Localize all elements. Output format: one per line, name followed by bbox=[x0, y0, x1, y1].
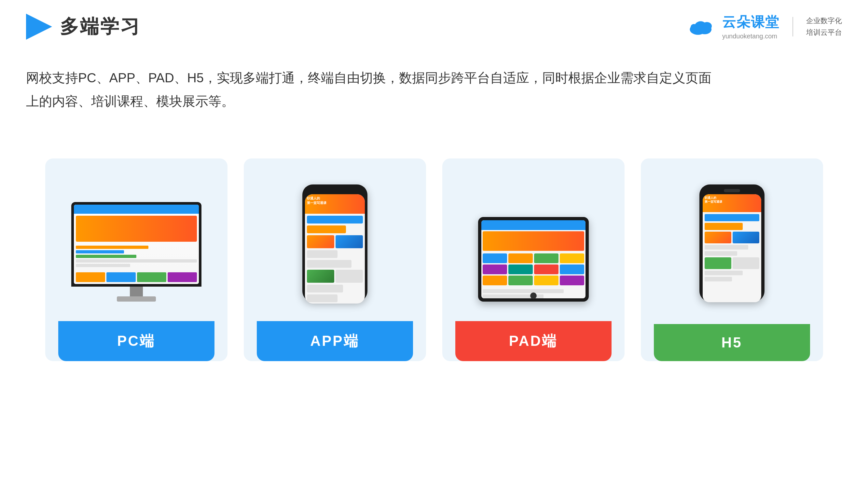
monitor-screen bbox=[74, 205, 199, 284]
monitor-base bbox=[117, 296, 156, 301]
pc-monitor bbox=[71, 202, 202, 301]
phone-top-banner: 职通人的第一堂写通课 bbox=[305, 194, 365, 214]
vertical-divider bbox=[793, 17, 793, 36]
monitor-neck bbox=[130, 287, 143, 296]
tablet-screen bbox=[482, 220, 586, 298]
phone-notch bbox=[325, 188, 345, 193]
tablet-home-button bbox=[530, 292, 537, 299]
app-device-image: 职通人的第一堂写通课 bbox=[257, 178, 413, 301]
app-label: APP端 bbox=[257, 321, 413, 361]
pc-card: PC端 bbox=[45, 158, 227, 361]
svg-point-6 bbox=[691, 24, 697, 30]
header-title: 多端学习 bbox=[60, 14, 141, 39]
svg-marker-0 bbox=[26, 14, 52, 40]
app-phone-frame: 职通人的第一堂写通课 bbox=[302, 185, 367, 301]
header: 多端学习 云朵课堂 yunduoketang.com 企业数字化 bbox=[0, 0, 868, 53]
h5-device-image: 职通人的第一堂写通课 bbox=[654, 178, 810, 301]
cards-section: PC端 职通人的第一堂写通课 bbox=[0, 132, 868, 381]
cloud-brand-icon bbox=[686, 15, 718, 38]
brand-text-group: 云朵课堂 yunduoketang.com bbox=[722, 13, 779, 40]
brand-slogan: 企业数字化 培训云平台 bbox=[806, 15, 842, 38]
cloud-logo: 云朵课堂 yunduoketang.com bbox=[686, 13, 779, 40]
tablet-frame bbox=[478, 217, 589, 301]
logo-right: 云朵课堂 yunduoketang.com 企业数字化 培训云平台 bbox=[686, 13, 842, 40]
description-section: 网校支持PC、APP、PAD、H5，实现多端打通，终端自由切换，数据同步跨平台自… bbox=[0, 53, 868, 120]
h5-card: 职通人的第一堂写通课 bbox=[641, 158, 823, 361]
slogan-line2: 培训云平台 bbox=[806, 27, 842, 38]
description-line1: 网校支持PC、APP、PAD、H5，实现多端打通，终端自由切换，数据同步跨平台自… bbox=[26, 66, 842, 90]
slogan-line1: 企业数字化 bbox=[806, 15, 842, 26]
description-line2: 上的内容、培训课程、模块展示等。 bbox=[26, 90, 842, 113]
svg-point-7 bbox=[706, 23, 712, 28]
pc-label: PC端 bbox=[58, 321, 215, 361]
app-card: 职通人的第一堂写通课 bbox=[244, 158, 426, 361]
app-phone-screen: 职通人的第一堂写通课 bbox=[305, 194, 365, 303]
h5-phone-frame: 职通人的第一堂写通课 bbox=[700, 185, 765, 301]
pad-card: PAD端 bbox=[442, 158, 625, 361]
pad-label: PAD端 bbox=[455, 321, 612, 361]
logo-left: 多端学习 bbox=[26, 14, 141, 40]
svg-rect-5 bbox=[696, 30, 710, 32]
pad-device-image bbox=[455, 178, 612, 301]
h5-label: H5 bbox=[654, 324, 810, 361]
h5-phone-screen: 职通人的第一堂写通课 bbox=[703, 194, 761, 302]
brand-url: yunduoketang.com bbox=[722, 33, 779, 40]
monitor-frame bbox=[71, 202, 202, 287]
brand-name: 云朵课堂 bbox=[722, 13, 779, 31]
play-icon bbox=[26, 14, 52, 40]
pc-device-image bbox=[58, 178, 215, 301]
